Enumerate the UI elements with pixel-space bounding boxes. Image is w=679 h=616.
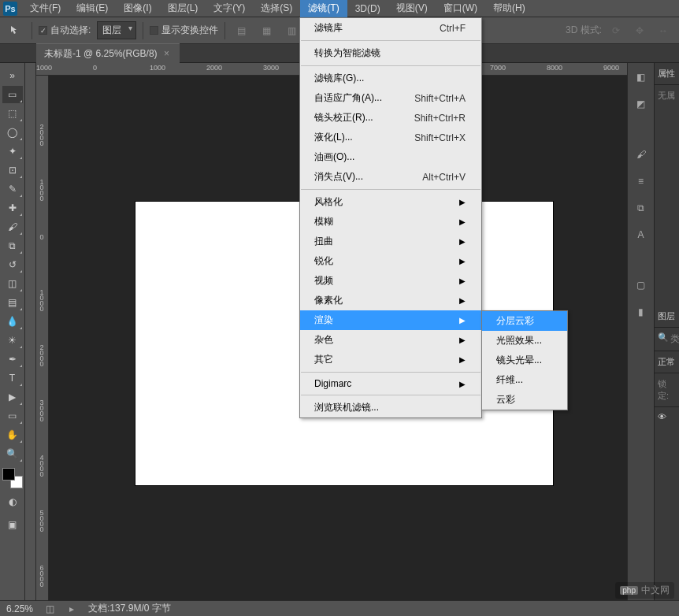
zoom-level[interactable]: 6.25% bbox=[6, 603, 33, 614]
color-swatches[interactable] bbox=[2, 468, 23, 488]
submenu-item-[interactable]: 云彩 bbox=[482, 390, 567, 410]
menu-3d[interactable]: 3D(D) bbox=[347, 1, 388, 17]
eraser-tool[interactable]: ◫ bbox=[2, 275, 23, 292]
clone-source-icon[interactable]: ⧉ bbox=[632, 199, 651, 217]
align-center-icon[interactable]: ▦ bbox=[257, 21, 276, 40]
menu-item-[interactable]: 其它▶ bbox=[300, 350, 481, 369]
menu-window[interactable]: 窗口(W) bbox=[436, 0, 485, 17]
stamp-tool[interactable]: ⧉ bbox=[2, 237, 23, 254]
menu-file[interactable]: 文件(F) bbox=[22, 0, 69, 17]
menu-item-[interactable]: 视频▶ bbox=[300, 271, 481, 291]
layers-tab[interactable]: 图层 bbox=[655, 306, 679, 328]
submenu-arrow-icon: ▶ bbox=[459, 257, 466, 265]
menu-item-label: 油画(O)... bbox=[314, 150, 354, 164]
zoom-tool[interactable]: 🔍 bbox=[2, 445, 23, 462]
menu-image[interactable]: 图像(I) bbox=[116, 0, 159, 17]
menu-item-[interactable]: 扭曲▶ bbox=[300, 232, 481, 251]
menu-type[interactable]: 文字(Y) bbox=[206, 0, 253, 17]
lasso-tool[interactable]: ◯ bbox=[2, 124, 23, 141]
eyedropper-tool[interactable]: ✎ bbox=[2, 180, 23, 198]
rectangle-tool[interactable]: ▭ bbox=[2, 407, 23, 425]
brush-tool[interactable]: 🖌 bbox=[2, 218, 23, 236]
menu-item-L[interactable]: 液化(L)...Shift+Ctrl+X bbox=[300, 128, 481, 147]
crop-tool[interactable]: ⊡ bbox=[2, 161, 23, 179]
auto-select-checkbox[interactable]: 自动选择: bbox=[39, 24, 91, 37]
histogram-icon[interactable]: ▮ bbox=[632, 302, 651, 321]
submenu-item-[interactable]: 镜头光晕... bbox=[482, 351, 567, 370]
submenu-arrow-icon: ▶ bbox=[459, 237, 466, 246]
align-left-icon[interactable]: ▤ bbox=[232, 21, 250, 40]
submenu-item-[interactable]: 纤维... bbox=[482, 370, 567, 390]
menu-separator bbox=[301, 189, 480, 190]
swatches-icon[interactable]: ◫ bbox=[44, 603, 55, 614]
submenu-item-label: 分层云彩 bbox=[496, 314, 534, 328]
character-icon[interactable]: A bbox=[632, 225, 651, 244]
menu-help[interactable]: 帮助(H) bbox=[485, 0, 533, 17]
layer-dropdown[interactable]: 图层 bbox=[97, 21, 136, 39]
properties-tab[interactable]: 属性 bbox=[655, 63, 679, 85]
document-tab[interactable]: 未标题-1 @ 6.25%(RGB/8) × bbox=[36, 43, 180, 64]
menu-layer[interactable]: 图层(L) bbox=[160, 0, 206, 17]
menu-item-[interactable]: 转换为智能滤镜 bbox=[300, 43, 481, 63]
type-tool[interactable]: T bbox=[2, 369, 23, 387]
screen-mode-icon[interactable]: ▣ bbox=[2, 516, 23, 533]
menu-item-shortcut: Ctrl+F bbox=[440, 23, 466, 34]
history-brush-tool[interactable]: ↺ bbox=[2, 256, 23, 273]
render-submenu: 分层云彩光照效果...镜头光晕...纤维...云彩 bbox=[481, 310, 568, 410]
collapse-icon[interactable]: » bbox=[2, 67, 23, 84]
menu-item-[interactable]: 杂色▶ bbox=[300, 330, 481, 350]
quick-mask-icon[interactable]: ◐ bbox=[2, 493, 23, 510]
menu-item-[interactable]: 像素化▶ bbox=[300, 291, 481, 310]
menu-item-[interactable]: 渲染▶ bbox=[300, 310, 481, 330]
hand-tool[interactable]: ✋ bbox=[2, 426, 23, 443]
marquee-tool[interactable]: ⬚ bbox=[2, 105, 23, 122]
layer-search[interactable]: 🔍类 bbox=[655, 328, 679, 351]
submenu-item-[interactable]: 分层云彩 bbox=[482, 311, 567, 331]
move-tool-icon[interactable] bbox=[6, 21, 25, 40]
submenu-item-label: 光照效果... bbox=[496, 334, 542, 347]
pen-tool[interactable]: ✒ bbox=[2, 351, 23, 368]
submenu-item-[interactable]: 光照效果... bbox=[482, 331, 567, 351]
menu-item-A[interactable]: 自适应广角(A)...Shift+Ctrl+A bbox=[300, 88, 481, 108]
menu-item-Digimarc[interactable]: Digimarc▶ bbox=[300, 375, 481, 392]
blend-mode-dropdown[interactable]: 正常 bbox=[655, 351, 679, 373]
pan-3d-icon[interactable]: ✥ bbox=[630, 21, 649, 40]
orbit-3d-icon[interactable]: ⟳ bbox=[607, 21, 625, 40]
move-tool[interactable]: ▭ bbox=[2, 86, 23, 103]
menu-item-[interactable]: 锐化▶ bbox=[300, 251, 481, 271]
align-right-icon[interactable]: ▥ bbox=[282, 21, 301, 40]
close-icon[interactable]: × bbox=[162, 49, 172, 58]
menu-item-[interactable]: 滤镜库Ctrl+F bbox=[300, 18, 481, 38]
gradient-tool[interactable]: ▤ bbox=[2, 294, 23, 311]
brush-icon[interactable]: 🖌 bbox=[632, 145, 651, 164]
heal-tool[interactable]: ✚ bbox=[2, 199, 23, 217]
dodge-tool[interactable]: ☀ bbox=[2, 332, 23, 349]
menu-item-G[interactable]: 滤镜库(G)... bbox=[300, 69, 481, 88]
menu-item-V[interactable]: 消失点(V)...Alt+Ctrl+V bbox=[300, 167, 481, 187]
ruler-vertical[interactable]: 0200010000100020003000400050006000 bbox=[36, 76, 49, 600]
adjustments-icon[interactable]: ◧ bbox=[632, 68, 651, 87]
blur-tool[interactable]: 💧 bbox=[2, 313, 23, 330]
brush-presets-icon[interactable]: ≡ bbox=[632, 172, 651, 191]
navigator-icon[interactable]: ▢ bbox=[632, 276, 651, 295]
menu-item-O[interactable]: 油画(O)... bbox=[300, 147, 481, 167]
menu-edit[interactable]: 编辑(E) bbox=[69, 0, 116, 17]
document-info[interactable]: 文档:137.9M/0 字节 bbox=[88, 602, 171, 615]
menu-select[interactable]: 选择(S) bbox=[253, 0, 300, 17]
menu-view[interactable]: 视图(V) bbox=[388, 0, 436, 17]
quick-select-tool[interactable]: ✦ bbox=[2, 143, 23, 160]
menu-item-[interactable]: 模糊▶ bbox=[300, 212, 481, 232]
layer-visibility-icon[interactable]: 👁 bbox=[655, 407, 679, 426]
menu-filter[interactable]: 滤镜(T) bbox=[300, 0, 347, 17]
menu-item-[interactable]: 浏览联机滤镜... bbox=[300, 398, 481, 417]
fg-swatch[interactable] bbox=[2, 468, 15, 481]
menu-item-[interactable]: 风格化▶ bbox=[300, 192, 481, 212]
ruler-h-mark: 9000 bbox=[603, 64, 619, 72]
info-chevron-icon[interactable]: ▸ bbox=[66, 603, 77, 614]
menu-separator bbox=[301, 40, 480, 41]
styles-icon[interactable]: ◩ bbox=[632, 95, 651, 113]
slide-3d-icon[interactable]: ↔ bbox=[654, 21, 673, 40]
menu-item-R[interactable]: 镜头校正(R)...Shift+Ctrl+R bbox=[300, 108, 481, 128]
path-select-tool[interactable]: ▶ bbox=[2, 388, 23, 406]
show-transform-checkbox[interactable]: 显示变换控件 bbox=[150, 24, 218, 37]
